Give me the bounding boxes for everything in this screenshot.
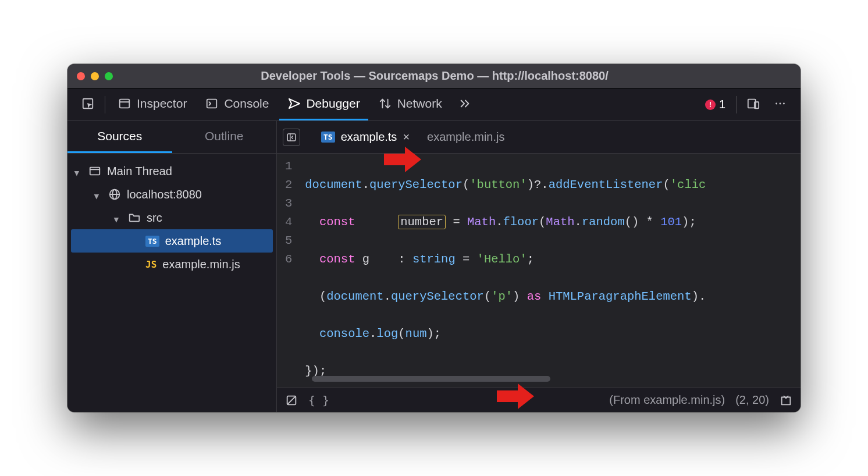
globe-icon: [108, 188, 121, 201]
sidebar-tab-outline[interactable]: Outline: [172, 121, 277, 153]
svg-line-18: [288, 396, 296, 404]
editor-tabs: TS example.ts × example.min.js: [277, 121, 801, 154]
tree-host[interactable]: localhost:8080: [71, 183, 273, 206]
panel-tab-console[interactable]: Console: [197, 88, 277, 120]
code-editor[interactable]: 123456 document.querySelector('button')?…: [277, 154, 801, 388]
svg-rect-3: [207, 100, 217, 108]
caret-icon: [74, 165, 83, 178]
more-icon: [774, 97, 787, 110]
debugger-icon: [287, 97, 300, 110]
debugger-main: Sources Outline Main Thread localhost:8: [67, 121, 801, 412]
cursor-position-label: (2, 20): [735, 393, 769, 407]
panel-tab-debugger[interactable]: Debugger: [279, 88, 368, 120]
pretty-print-button[interactable]: { }: [308, 393, 329, 407]
error-count[interactable]: 1: [699, 98, 731, 111]
devtools-toolbar: Inspector Console Debugger Network: [67, 88, 801, 121]
sources-tree: Main Thread localhost:8080 src: [67, 154, 276, 282]
editor-tab-example-min-js[interactable]: example.min.js: [420, 126, 511, 148]
caret-icon: [94, 188, 102, 201]
editor-tab-example-ts[interactable]: TS example.ts ×: [314, 126, 417, 148]
svg-rect-1: [120, 100, 130, 108]
line-gutter: 123456: [277, 154, 300, 388]
editor-pane: TS example.ts × example.min.js 123456 do…: [277, 121, 801, 412]
devtools-window: Developer Tools — Sourcemaps Demo — http…: [67, 64, 801, 412]
panel-tab-network[interactable]: Network: [371, 88, 450, 120]
ts-badge-icon: TS: [145, 236, 159, 247]
sidebar-tabs: Sources Outline: [67, 121, 276, 154]
window-titlebar: Developer Tools — Sourcemaps Demo — http…: [67, 64, 801, 88]
sidebar-tab-sources[interactable]: Sources: [67, 121, 172, 153]
code-content: document.querySelector('button')?.addEve…: [300, 154, 706, 388]
sources-sidebar: Sources Outline Main Thread localhost:8: [67, 121, 277, 412]
panel-overflow-button[interactable]: [453, 88, 477, 120]
svg-point-9: [783, 103, 785, 105]
kebab-menu-button[interactable]: [768, 88, 792, 120]
blackbox-icon[interactable]: [285, 394, 298, 407]
folder-icon: [128, 211, 141, 224]
close-window-button[interactable]: [77, 72, 85, 80]
jump-to-line-icon[interactable]: [780, 394, 792, 407]
network-icon: [379, 97, 392, 110]
svg-point-8: [780, 103, 781, 105]
svg-marker-4: [289, 99, 300, 108]
tree-file-example-ts[interactable]: TS example.ts: [71, 229, 273, 253]
console-icon: [205, 97, 218, 110]
maximize-window-button[interactable]: [105, 72, 113, 80]
ts-badge-icon: TS: [321, 132, 335, 143]
responsive-design-button[interactable]: [741, 88, 766, 120]
element-picker-button[interactable]: [76, 88, 100, 120]
js-badge-icon: JS: [145, 259, 156, 270]
close-tab-icon[interactable]: ×: [403, 130, 410, 144]
caret-icon: [114, 211, 122, 225]
chevrons-right-icon: [458, 97, 471, 110]
devices-icon: [747, 97, 760, 110]
horizontal-scrollbar[interactable]: [312, 376, 792, 382]
toggle-sidebar-button[interactable]: [283, 129, 300, 146]
panel-tab-inspector[interactable]: Inspector: [110, 88, 195, 120]
source-origin-label: (From example.min.js): [609, 393, 725, 407]
inspector-icon: [118, 97, 131, 110]
picker-icon: [81, 97, 94, 110]
editor-footer: { } (From example.min.js) (2, 20): [277, 388, 801, 412]
window-icon: [88, 165, 101, 177]
traffic-lights: [77, 72, 113, 80]
svg-point-7: [775, 103, 777, 105]
scrollbar-thumb[interactable]: [312, 376, 550, 382]
svg-rect-10: [90, 168, 100, 175]
window-title: Developer Tools — Sourcemaps Demo — http…: [113, 69, 756, 83]
tree-main-thread[interactable]: Main Thread: [71, 159, 273, 183]
tree-file-example-min-js[interactable]: JS example.min.js: [71, 253, 273, 276]
error-icon: [705, 100, 716, 110]
tree-folder-src[interactable]: src: [71, 206, 273, 229]
minimize-window-button[interactable]: [91, 72, 99, 80]
